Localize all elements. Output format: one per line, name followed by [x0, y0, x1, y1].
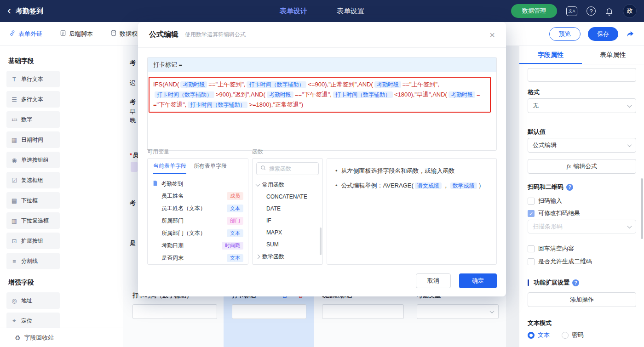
- formula-text-token: =="下午签退",: [295, 91, 332, 98]
- field-type-icon: ▦: [11, 137, 18, 143]
- help-icon[interactable]: ?: [586, 6, 596, 16]
- variable-item[interactable]: 所属部门部门: [152, 215, 243, 227]
- field-input[interactable]: [322, 304, 404, 319]
- palette-field-button[interactable]: ▥下拉复选框: [6, 212, 60, 229]
- field-recycle-bin[interactable]: ♻ 字段回收站: [0, 328, 123, 347]
- bullet-icon: •: [335, 181, 338, 191]
- palette-field-button[interactable]: ⌖定位: [6, 313, 60, 329]
- data-manage-button[interactable]: 数据管理: [511, 4, 557, 18]
- modal-header: 公式编辑 使用数学运算符编辑公式 ×: [138, 22, 506, 48]
- formula-text-token: =="上午签到",: [208, 81, 245, 88]
- formula-input-area[interactable]: IFS(AND(考勤时段=="上午签到",打卡时间（数字辅助）<=900),"正…: [148, 77, 496, 150]
- user-avatar[interactable]: 政: [623, 4, 637, 18]
- field-type-label: 分割线: [21, 257, 38, 265]
- palette-field-button[interactable]: ⊡扩展按钮: [6, 233, 60, 249]
- function-group-name: 常用函数: [262, 181, 284, 189]
- variable-item[interactable]: 员工姓名（文本）文本: [152, 202, 243, 215]
- edit-formula-button[interactable]: fx 编辑公式: [528, 159, 636, 174]
- default-value-select[interactable]: 公式编辑: [528, 138, 636, 153]
- notifications-bell-icon[interactable]: [605, 7, 614, 16]
- function-item[interactable]: CONCATENATE: [256, 191, 319, 203]
- tab-all-form-fields[interactable]: 所有表单字段: [194, 159, 227, 174]
- palette-field-button[interactable]: ▦日期时间: [6, 131, 60, 148]
- share-icon[interactable]: [626, 29, 635, 39]
- function-search-box[interactable]: [256, 162, 319, 175]
- preview-button[interactable]: 预览: [549, 27, 581, 41]
- palette-field-button[interactable]: ◉单选按钮组: [6, 152, 60, 168]
- save-button[interactable]: 保存: [588, 27, 618, 41]
- cancel-button[interactable]: 取消: [416, 273, 451, 288]
- field-token: 语文成绩: [415, 182, 442, 189]
- chevron-down-icon: [256, 182, 260, 187]
- confirm-button[interactable]: 确定: [459, 273, 497, 288]
- chevron-down-icon: [490, 309, 494, 313]
- field-type-label: 地址: [21, 297, 32, 305]
- function-item[interactable]: IF: [256, 215, 319, 227]
- form-external-link-button[interactable]: 表单外链: [9, 30, 42, 38]
- variable-type-tag: 部门: [227, 217, 243, 225]
- formula-text-token: >=1800),"正常签退"): [249, 101, 303, 108]
- translate-icon[interactable]: 文A: [566, 6, 577, 16]
- function-group[interactable]: 数学函数: [256, 250, 319, 262]
- function-group[interactable]: 文本函数: [256, 262, 319, 265]
- checkbox-modifiable-result[interactable]: ✓ 可修改扫码结果: [528, 209, 580, 217]
- format-select[interactable]: 无: [528, 98, 636, 113]
- field-input[interactable]: [132, 304, 217, 319]
- radio-text-mode[interactable]: 文本: [528, 331, 550, 339]
- selected-field-card[interactable]: 打卡标记: [224, 289, 314, 347]
- add-action-button[interactable]: 添加操作: [528, 292, 636, 307]
- back-button[interactable]: ‹: [7, 5, 11, 16]
- scan-title-text: 扫码和二维码: [528, 183, 564, 191]
- clipped-field-chip: [131, 162, 138, 172]
- tab-form-design[interactable]: 表单设计: [280, 7, 307, 16]
- palette-field-button[interactable]: ▤下拉框: [6, 192, 60, 209]
- functions-label: 函数: [252, 148, 263, 156]
- function-search-input[interactable]: [269, 165, 315, 172]
- checkbox-icon[interactable]: [528, 245, 535, 252]
- tab-form-settings[interactable]: 表单设置: [337, 7, 364, 16]
- palette-field-button[interactable]: ≡分割线: [6, 253, 60, 269]
- palette-field-button[interactable]: ☑复选框组: [6, 172, 60, 188]
- radio-password-mode[interactable]: 密码: [562, 331, 584, 339]
- variable-type-tag: 文本: [227, 205, 243, 212]
- palette-field-button[interactable]: T单行文本: [6, 71, 60, 87]
- field-type-label: 扩展按钮: [21, 237, 43, 245]
- checkbox-icon[interactable]: [528, 198, 535, 205]
- variable-item[interactable]: 考勤日期时间戳: [152, 239, 243, 252]
- function-item[interactable]: DATE: [256, 203, 319, 215]
- help-circle-icon[interactable]: ?: [566, 184, 573, 191]
- function-group-name: 文本函数: [262, 265, 284, 265]
- close-icon[interactable]: ×: [489, 30, 495, 40]
- checkbox-scan-input[interactable]: 扫码输入: [528, 197, 562, 205]
- function-item[interactable]: MAPX: [256, 227, 319, 239]
- page-scrollbar[interactable]: [641, 178, 643, 239]
- checkbox-icon[interactable]: [528, 258, 535, 265]
- checkbox-clear-on-enter[interactable]: 回车清空内容: [528, 245, 574, 253]
- function-group[interactable]: 常用函数: [256, 179, 319, 191]
- tab-form-properties[interactable]: 表单属性: [582, 46, 644, 64]
- radio-icon[interactable]: [562, 332, 569, 339]
- function-item[interactable]: SUM: [256, 239, 319, 250]
- variable-item[interactable]: 是否周末文本: [152, 252, 243, 264]
- variable-item[interactable]: 所属部门（文本）文本: [152, 227, 243, 239]
- formula-field-token: 打卡时间（数字辅助）: [247, 81, 306, 88]
- palette-field-button[interactable]: ◎地址: [6, 292, 60, 309]
- help-circle-icon[interactable]: ?: [572, 279, 579, 286]
- variable-item[interactable]: 员工姓名成员: [152, 190, 243, 202]
- palette-field-button[interactable]: 123数字: [6, 111, 60, 128]
- tab-current-form-fields[interactable]: 当前表单字段: [153, 159, 186, 174]
- function-list-scrollbar[interactable]: [320, 228, 322, 255]
- radio-selected-icon[interactable]: [528, 332, 535, 339]
- checkbox-checked-icon[interactable]: ✓: [528, 210, 535, 217]
- backend-script-button[interactable]: 后端脚本: [60, 30, 93, 38]
- palette-field-button[interactable]: ☰多行文本: [6, 91, 60, 108]
- tip-text: 从左侧面板选择字段名和函数，或输入函数: [341, 166, 455, 176]
- field-title-input[interactable]: [528, 68, 636, 82]
- field-input[interactable]: [232, 304, 306, 319]
- field-select[interactable]: [417, 304, 499, 319]
- barcode-select[interactable]: 扫描条形码: [528, 220, 636, 233]
- checkbox-allow-qrcode[interactable]: 是否允许生成二维码: [528, 257, 592, 266]
- bullet-icon: •: [335, 166, 338, 176]
- tab-field-properties[interactable]: 字段属性: [519, 46, 582, 64]
- variable-tree-root[interactable]: 考勤签到: [152, 178, 243, 190]
